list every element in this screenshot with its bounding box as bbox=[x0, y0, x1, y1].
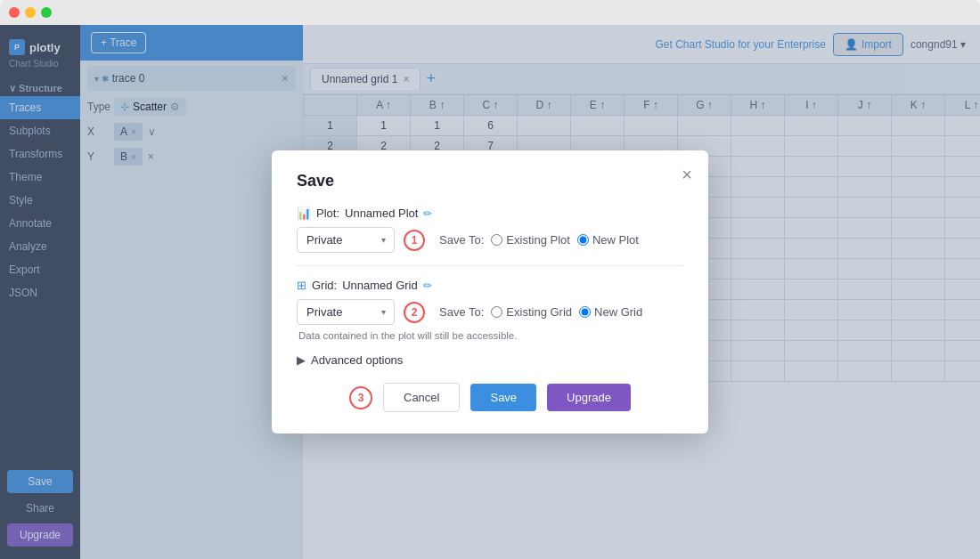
advanced-options-label: Advanced options bbox=[311, 353, 403, 367]
cancel-button[interactable]: Cancel bbox=[383, 383, 460, 412]
plot-icon: 📊 bbox=[297, 207, 311, 220]
grid-icon: ⊞ bbox=[297, 279, 306, 292]
plot-label-text: Plot: bbox=[316, 207, 339, 220]
close-traffic-light[interactable] bbox=[9, 7, 20, 18]
existing-grid-radio[interactable] bbox=[491, 306, 502, 318]
upgrade-button[interactable]: Upgrade bbox=[547, 384, 631, 411]
advanced-options-toggle[interactable]: ▶ Advanced options bbox=[297, 353, 683, 367]
new-plot-radio-label[interactable]: New Plot bbox=[577, 233, 639, 247]
grid-section: ⊞ Grid: Unnamed Grid ✏ Private Public Se… bbox=[297, 279, 683, 341]
save-modal: Save × 📊 Plot: Unnamed Plot ✏ Private Pu… bbox=[272, 150, 708, 433]
existing-plot-label: Existing Plot bbox=[506, 233, 570, 247]
window-chrome bbox=[0, 0, 980, 25]
minimize-traffic-light[interactable] bbox=[25, 7, 36, 18]
plot-name: Unnamed Plot bbox=[345, 207, 418, 220]
triangle-right-icon: ▶ bbox=[297, 353, 306, 367]
existing-grid-radio-label[interactable]: Existing Grid bbox=[491, 305, 572, 319]
plot-section: 📊 Plot: Unnamed Plot ✏ Private Public Se… bbox=[297, 207, 683, 253]
existing-plot-radio[interactable] bbox=[491, 234, 502, 246]
plot-save-to-label: Save To: bbox=[439, 233, 484, 247]
grid-privacy-wrapper: Private Public Secret ▾ bbox=[297, 299, 395, 325]
save-button[interactable]: Save bbox=[470, 384, 536, 411]
modal-overlay[interactable]: Save × 📊 Plot: Unnamed Plot ✏ Private Pu… bbox=[0, 25, 980, 559]
grid-section-label: ⊞ Grid: Unnamed Grid ✏ bbox=[297, 279, 683, 292]
grid-step-circle: 2 bbox=[404, 302, 425, 323]
new-grid-radio-label[interactable]: New Grid bbox=[579, 305, 642, 319]
new-grid-radio[interactable] bbox=[579, 306, 591, 318]
new-plot-label: New Plot bbox=[592, 233, 639, 247]
plot-privacy-wrapper: Private Public Secret ▾ bbox=[297, 227, 395, 253]
modal-title: Save bbox=[297, 172, 683, 190]
plot-edit-icon[interactable]: ✏ bbox=[423, 207, 432, 220]
grid-privacy-select[interactable]: Private Public Secret bbox=[297, 299, 395, 325]
new-grid-label: New Grid bbox=[594, 305, 642, 319]
modal-footer: 3 Cancel Save Upgrade bbox=[297, 383, 683, 412]
plot-privacy-select[interactable]: Private Public Secret bbox=[297, 227, 395, 253]
grid-edit-icon[interactable]: ✏ bbox=[423, 280, 432, 292]
new-plot-radio[interactable] bbox=[577, 234, 589, 246]
section-divider bbox=[297, 265, 683, 266]
existing-grid-label: Existing Grid bbox=[506, 305, 572, 319]
plot-save-to-group: Save To: Existing Plot New Plot bbox=[439, 233, 639, 247]
grid-name: Unnamed Grid bbox=[342, 279, 418, 292]
grid-save-to-label: Save To: bbox=[439, 305, 484, 319]
grid-row: Private Public Secret ▾ 2 Save To: Exist… bbox=[297, 299, 683, 325]
grid-label-text: Grid: bbox=[312, 279, 337, 292]
plot-row: Private Public Secret ▾ 1 Save To: Exist… bbox=[297, 227, 683, 253]
plot-step-circle: 1 bbox=[404, 230, 425, 251]
modal-close-button[interactable]: × bbox=[682, 165, 692, 185]
grid-note: Data contained in the plot will still be… bbox=[298, 330, 683, 341]
grid-save-to-group: Save To: Existing Grid New Grid bbox=[439, 305, 642, 319]
plot-section-label: 📊 Plot: Unnamed Plot ✏ bbox=[297, 207, 683, 220]
maximize-traffic-light[interactable] bbox=[41, 7, 52, 18]
existing-plot-radio-label[interactable]: Existing Plot bbox=[491, 233, 570, 247]
footer-step-circle: 3 bbox=[349, 386, 372, 409]
